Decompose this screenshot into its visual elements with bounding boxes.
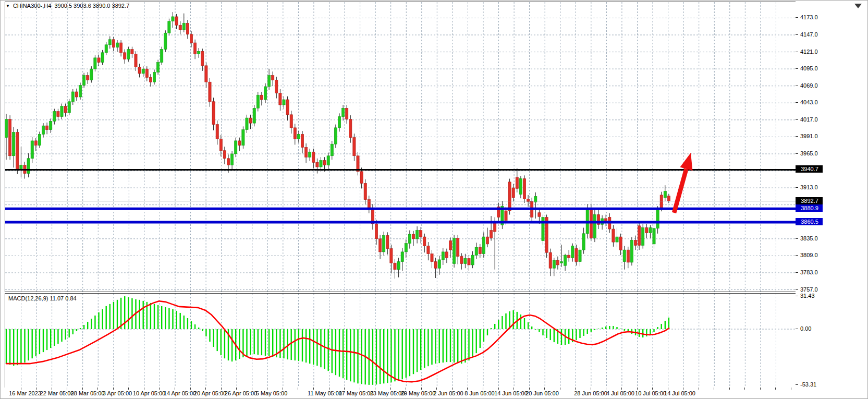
- price-tickmark: [796, 52, 798, 52]
- candle-body: [423, 237, 426, 246]
- time-tickmark: [390, 388, 391, 390]
- macd-bar: [72, 329, 74, 334]
- price-scale[interactable]: 4173.04147.04121.04095.04069.04043.04017…: [796, 1, 868, 399]
- time-scale[interactable]: 16 Mar 202322 Mar 05:0028 Mar 05:003 Apr…: [5, 388, 796, 398]
- candle-body: [145, 69, 148, 77]
- candlestick-chart[interactable]: [5, 2, 796, 292]
- candle-body: [438, 260, 441, 268]
- time-tickmark: [560, 388, 560, 390]
- candle-body: [309, 152, 311, 157]
- time-tick-label: 10 Apr 05:00: [133, 390, 165, 396]
- price-badge-3880.9: 3880.9: [796, 204, 823, 212]
- candle-body: [97, 58, 100, 63]
- macd-bar: [313, 329, 314, 365]
- macd-bar: [420, 329, 421, 370]
- candle-body: [338, 117, 340, 128]
- price-tickmark: [796, 68, 798, 69]
- macd-bar: [9, 329, 10, 365]
- candle-body: [383, 236, 385, 252]
- macd-bar: [361, 329, 362, 384]
- candle-body: [168, 21, 170, 33]
- candle-body: [512, 188, 515, 198]
- candle-body: [331, 144, 333, 156]
- candle-body: [353, 138, 356, 156]
- macd-bar: [324, 329, 325, 369]
- macd-tickmark: [796, 329, 798, 329]
- candle-body: [27, 159, 30, 174]
- macd-bar: [65, 329, 66, 340]
- macd-chart[interactable]: [5, 294, 796, 388]
- macd-bar: [568, 329, 569, 344]
- chart-shift-marker[interactable]: [854, 4, 862, 8]
- time-tickmark: [421, 388, 422, 390]
- candle-body: [120, 43, 123, 53]
- macd-bar: [87, 322, 88, 329]
- macd-bar: [480, 329, 481, 348]
- macd-bar: [50, 329, 51, 348]
- candle-body: [667, 196, 670, 201]
- time-tickmark: [436, 388, 437, 390]
- macd-bar: [661, 324, 662, 329]
- trend-arrow-head[interactable]: [680, 153, 692, 171]
- macd-bar: [431, 329, 432, 365]
- candle-body: [182, 23, 185, 30]
- macd-bar: [539, 329, 540, 332]
- macd-bar: [346, 329, 347, 380]
- candle-body: [190, 34, 192, 43]
- macd-bar: [427, 329, 429, 366]
- candle-body: [523, 179, 525, 199]
- time-tickmark: [144, 388, 144, 390]
- price-panel[interactable]: [5, 2, 796, 292]
- macd-bar: [6, 329, 7, 364]
- time-tickmark: [699, 388, 699, 390]
- macd-bar: [513, 310, 514, 329]
- macd-bar: [668, 318, 669, 329]
- macd-bar: [128, 297, 129, 329]
- candle-body: [468, 258, 470, 265]
- candle-body: [479, 247, 481, 254]
- macd-bar: [646, 329, 647, 336]
- macd-bar: [417, 329, 418, 372]
- candle-body: [579, 250, 581, 262]
- candle-body: [556, 260, 559, 265]
- time-tickmark: [668, 388, 668, 390]
- candle-body: [519, 179, 522, 195]
- macd-bar: [494, 324, 495, 329]
- candle-body: [619, 237, 622, 250]
- macd-bar: [54, 329, 55, 346]
- candle-body: [434, 262, 437, 269]
- candle-body: [57, 112, 59, 117]
- macd-bar: [139, 300, 140, 329]
- macd-bar: [106, 306, 107, 329]
- macd-bar: [302, 329, 303, 361]
- macd-panel[interactable]: MACD(12,26,9) 11.07 0.84: [5, 293, 796, 388]
- candle-body: [223, 151, 226, 159]
- trend-arrow-shaft[interactable]: [674, 169, 686, 213]
- time-tickmark: [221, 388, 222, 390]
- macd-tick-label: 31.43: [800, 293, 815, 299]
- symbol-dropdown-icon[interactable]: ▼: [6, 4, 10, 8]
- candle-body: [638, 226, 641, 246]
- candle-body: [642, 228, 644, 246]
- time-tickmark: [452, 388, 453, 390]
- candle-body: [420, 231, 422, 237]
- macd-bar: [505, 313, 506, 329]
- time-tickmark: [159, 388, 160, 390]
- candle-body: [79, 85, 81, 97]
- macd-bar: [554, 329, 555, 342]
- macd-bar: [91, 319, 92, 329]
- candle-body: [460, 257, 463, 264]
- candle-body: [264, 87, 266, 100]
- price-tickmark: [796, 136, 798, 137]
- candle-body: [397, 262, 400, 270]
- macd-bar: [376, 329, 377, 384]
- candle-body: [242, 130, 244, 146]
- price-tickmark: [796, 86, 798, 86]
- candle-body: [664, 191, 666, 198]
- price-tickmark: [796, 238, 798, 239]
- candle-body: [34, 141, 37, 146]
- candle-body: [87, 76, 89, 80]
- macd-bar: [609, 326, 610, 329]
- macd-bar: [43, 329, 44, 352]
- macd-bar: [184, 316, 185, 329]
